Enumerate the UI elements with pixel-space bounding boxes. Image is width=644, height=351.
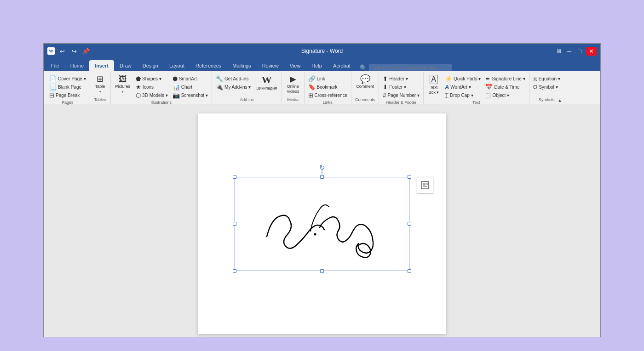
comment-button[interactable]: 💬 Comment bbox=[353, 74, 377, 90]
online-videos-button[interactable]: ▶ OnlineVideos bbox=[284, 74, 302, 95]
smartart-label: SmartArt bbox=[179, 76, 197, 81]
smartart-button[interactable]: ⬢ SmartArt bbox=[171, 75, 210, 83]
pin-button[interactable]: 📌 bbox=[81, 46, 91, 56]
my-addins-button[interactable]: 🔌 My Add-ins ▾ bbox=[214, 83, 253, 91]
handle-bottom-right[interactable] bbox=[408, 269, 411, 273]
text-content: A TextBox ▾ ⚡ Quick Parts ▾ A WordArt ▾ … bbox=[426, 73, 527, 99]
chart-button[interactable]: 📊 Chart bbox=[171, 83, 210, 91]
ribbon-group-media: ▶ OnlineVideos Media bbox=[282, 72, 304, 104]
header-button[interactable]: ⬆ Header ▾ bbox=[381, 75, 421, 83]
tab-design[interactable]: Design bbox=[137, 60, 164, 71]
tab-view[interactable]: View bbox=[284, 60, 306, 71]
close-button[interactable]: ✕ bbox=[586, 47, 597, 56]
word-icon: W bbox=[47, 47, 55, 55]
equation-button[interactable]: π Equation ▾ bbox=[531, 75, 562, 83]
screenshot-icon: 📷 bbox=[172, 92, 180, 99]
tab-help[interactable]: Help bbox=[306, 60, 328, 71]
screenshot-button[interactable]: 📷 Screenshot ▾ bbox=[171, 91, 210, 99]
wikipedia-button[interactable]: W Википедия bbox=[253, 74, 280, 92]
handle-bottom-left[interactable] bbox=[233, 269, 236, 273]
object-button[interactable]: ⬚ Object ▾ bbox=[483, 91, 527, 99]
bookmark-icon: 🔖 bbox=[308, 84, 316, 91]
link-icon: 🔗 bbox=[308, 75, 316, 82]
footer-button[interactable]: ⬇ Footer ▾ bbox=[381, 83, 421, 91]
ribbon-collapse-button[interactable]: ▲ bbox=[558, 98, 562, 103]
page-number-button[interactable]: # Page Number ▾ bbox=[381, 91, 421, 99]
rotate-handle[interactable]: ↻ bbox=[318, 164, 326, 171]
undo-more-button[interactable]: ↪ bbox=[69, 46, 79, 56]
table-button[interactable]: ⊞ Table ▾ bbox=[92, 74, 109, 95]
comment-label: Comment bbox=[356, 84, 374, 89]
tab-file[interactable]: File bbox=[46, 60, 65, 71]
layout-options-button[interactable] bbox=[417, 177, 433, 193]
search-input[interactable] bbox=[369, 64, 452, 71]
drop-cap-label: Drop Cap ▾ bbox=[450, 93, 473, 98]
tab-home[interactable]: Home bbox=[65, 60, 89, 71]
wordart-button[interactable]: A WordArt ▾ bbox=[443, 83, 483, 91]
handle-top-center[interactable] bbox=[320, 175, 324, 179]
tab-layout[interactable]: Layout bbox=[164, 60, 190, 71]
get-addins-icon: 🔧 bbox=[216, 75, 223, 82]
get-addins-label: Get Add-ins bbox=[224, 76, 248, 81]
signature-line-icon: ✒ bbox=[485, 75, 490, 82]
object-label: Object ▾ bbox=[492, 93, 509, 98]
symbol-button[interactable]: Ω Symbol ▾ bbox=[531, 83, 562, 91]
tab-references[interactable]: References bbox=[190, 60, 227, 71]
icons-icon: ★ bbox=[136, 84, 141, 91]
drop-cap-button[interactable]: ⌶ Drop Cap ▾ bbox=[443, 91, 483, 99]
signature-line-button[interactable]: ✒ Signature Line ▾ bbox=[483, 75, 527, 83]
handle-top-left[interactable] bbox=[233, 175, 236, 179]
blank-page-icon: 📃 bbox=[49, 84, 57, 91]
shapes-button[interactable]: ⬟ Shapes ▾ bbox=[134, 75, 170, 83]
signature-box bbox=[235, 177, 409, 271]
ribbon-group-tables: ⊞ Table ▾ Tables bbox=[90, 72, 111, 104]
my-addins-icon: 🔌 bbox=[216, 84, 223, 91]
word-window: W ↩ ↪ 📌 Signature - Word 🖥 ─ □ ✕ File Ho… bbox=[43, 43, 601, 337]
smartart-icon: ⬢ bbox=[172, 75, 178, 82]
tab-acrobat[interactable]: Acrobat bbox=[328, 60, 356, 71]
ribbon-group-links: 🔗 Link 🔖 Bookmark ⊞ Cross-reference Link… bbox=[305, 72, 352, 104]
date-time-button[interactable]: 📅 Date & Time bbox=[483, 83, 527, 91]
tab-review[interactable]: Review bbox=[257, 60, 284, 71]
symbols-content: π Equation ▾ Ω Symbol ▾ bbox=[531, 73, 562, 96]
icons-button[interactable]: ★ Icons bbox=[134, 83, 170, 91]
table-icon: ⊞ bbox=[97, 75, 104, 83]
wordart-label: WordArt ▾ bbox=[450, 85, 471, 90]
pictures-button[interactable]: 🖼 Pictures ▾ bbox=[113, 74, 133, 95]
blank-page-button[interactable]: 📃 Blank Page bbox=[47, 83, 88, 91]
ribbon-group-comments: 💬 Comment Comments bbox=[351, 72, 379, 104]
minimize-button[interactable]: ─ bbox=[565, 47, 573, 56]
textbox-button[interactable]: A TextBox ▾ bbox=[426, 74, 442, 96]
quick-parts-icon: ⚡ bbox=[445, 75, 452, 82]
tab-insert[interactable]: Insert bbox=[89, 60, 114, 71]
cross-reference-button[interactable]: ⊞ Cross-reference bbox=[306, 91, 350, 99]
svg-rect-2 bbox=[423, 183, 426, 186]
blank-page-label: Blank Page bbox=[58, 85, 81, 90]
tab-draw[interactable]: Draw bbox=[114, 60, 137, 71]
handle-bottom-center[interactable] bbox=[320, 269, 324, 273]
tab-mailings[interactable]: Mailings bbox=[227, 60, 256, 71]
cover-page-button[interactable]: 📄 Cover Page ▾ bbox=[47, 75, 88, 83]
handle-top-right[interactable] bbox=[408, 175, 411, 179]
handle-middle-left[interactable] bbox=[233, 222, 236, 226]
pictures-icon: 🖼 bbox=[119, 75, 127, 83]
equation-label: Equation ▾ bbox=[539, 76, 560, 81]
comments-content: 💬 Comment bbox=[353, 73, 377, 96]
get-addins-button[interactable]: 🔧 Get Add-ins bbox=[214, 75, 253, 83]
3d-models-button[interactable]: ⬡ 3D Models ▾ bbox=[134, 91, 170, 99]
link-label: Link bbox=[317, 76, 325, 81]
undo-button[interactable]: ↩ bbox=[58, 46, 67, 56]
handle-middle-right[interactable] bbox=[408, 222, 411, 226]
maximize-button[interactable]: □ bbox=[576, 47, 583, 56]
monitor-icon[interactable]: 🖥 bbox=[556, 47, 563, 55]
bookmark-button[interactable]: 🔖 Bookmark bbox=[306, 83, 350, 91]
link-button[interactable]: 🔗 Link bbox=[306, 75, 350, 83]
quick-parts-button[interactable]: ⚡ Quick Parts ▾ bbox=[443, 75, 483, 83]
drop-cap-icon: ⌶ bbox=[445, 92, 448, 99]
page-break-button[interactable]: ⊟ Page Break bbox=[47, 91, 88, 99]
illustrations-content: 🖼 Pictures ▾ ⬟ Shapes ▾ ★ Icons ⬡ bbox=[113, 73, 210, 99]
comments-group-label: Comments bbox=[353, 96, 377, 103]
illustrations-stack2: ⬢ SmartArt 📊 Chart 📷 Screenshot ▾ bbox=[171, 74, 210, 99]
svg-point-0 bbox=[314, 233, 316, 235]
signature-container[interactable]: ↻ bbox=[235, 177, 409, 271]
